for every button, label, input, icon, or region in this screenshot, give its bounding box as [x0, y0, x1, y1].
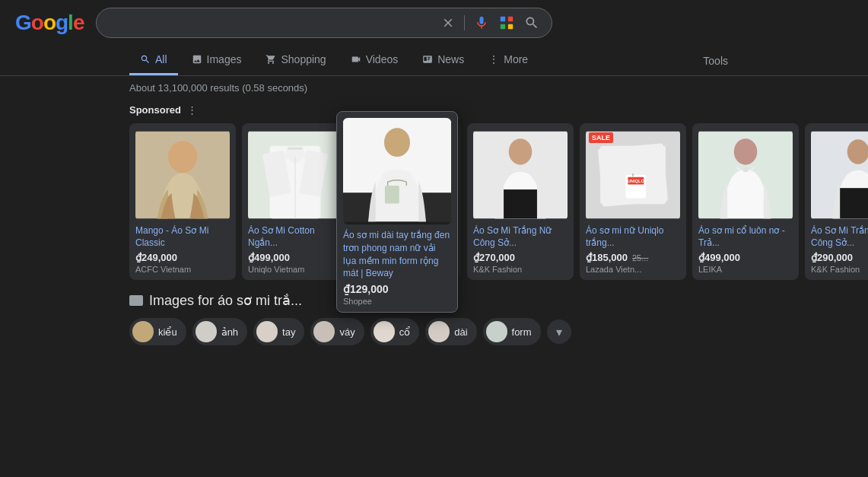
divider [464, 15, 465, 30]
product-card-6[interactable]: Áo sơ mi cổ luôn nơ - Trả... ₫499,000 LE… [692, 123, 799, 280]
popup-shop: Shopee [343, 297, 451, 306]
product-card-4[interactable]: Áo Sơ Mi Trắng Nữ Công Sở... ₫270,000 K&… [467, 123, 574, 280]
popup-title: Áo sơ mi dài tay trắng đen trơn phong na… [343, 229, 451, 280]
product-card-1[interactable]: Mango - Áo Sơ Mi Classic ₫249,000 ACFC V… [129, 123, 236, 280]
svg-point-29 [742, 167, 749, 172]
pill-avatar-co [374, 321, 395, 342]
svg-point-31 [847, 139, 868, 164]
svg-rect-16 [385, 186, 399, 204]
tab-all[interactable]: All [129, 46, 178, 75]
popup-price: ₫129,000 [343, 283, 451, 295]
results-info: About 13,100,000 results (0.58 seconds) [0, 76, 868, 100]
products-grid: Mango - Áo Sơ Mi Classic ₫249,000 ACFC V… [129, 123, 739, 280]
tab-shopping[interactable]: Shopping [255, 46, 336, 75]
more-pills-button[interactable]: ▾ [547, 320, 571, 344]
tab-videos[interactable]: Videos [340, 46, 409, 75]
svg-rect-1 [508, 17, 513, 21]
pill-avatar-vay [313, 321, 335, 342]
product-price-old-5: 25... [632, 253, 648, 262]
pill-avatar-anh [196, 321, 217, 342]
svg-rect-0 [501, 17, 505, 21]
svg-rect-11 [288, 148, 302, 150]
product-price-4: ₫270,000 [473, 252, 568, 263]
product-shop-1: ACFC Vietnam [135, 265, 230, 274]
pill-avatar-tay [256, 321, 278, 342]
filter-pill-vay[interactable]: váy [310, 318, 364, 345]
svg-rect-32 [840, 188, 868, 218]
images-section-icon [129, 295, 143, 306]
product-name-5: Áo sơ mi nữ Uniqlo trắng... [586, 225, 680, 249]
product-card-7[interactable]: Áo Sơ Mi Trắng Nữ Công Sở... ₫290,000 K&… [805, 123, 868, 280]
product-price-6: ₫499,000 [698, 252, 793, 263]
product-name-4: Áo Sơ Mi Trắng Nữ Công Sở... [473, 225, 568, 249]
filter-pill-anh[interactable]: ảnh [192, 318, 247, 345]
images-section-title: Images for áo sơ mi trắ... [149, 292, 302, 309]
google-logo: Google [15, 11, 84, 35]
product-name-6: Áo sơ mi cổ luôn nơ - Trả... [698, 225, 793, 249]
product-name-2: Áo Sơ Mi Cotton Ngắn... [248, 225, 342, 249]
filter-pill-kieu[interactable]: kiểu [129, 318, 186, 345]
search-bar: áo sơ mi trắng nữ [96, 8, 552, 38]
header: Google áo sơ mi trắng nữ [0, 0, 868, 46]
popup-image [343, 118, 451, 224]
tab-images[interactable]: Images [181, 46, 253, 75]
tab-news[interactable]: News [412, 46, 475, 75]
product-shop-4: K&K Fashion [473, 265, 568, 274]
product-name-7: Áo Sơ Mi Trắng Nữ Công Sở... [811, 225, 868, 249]
price-row-5: ₫185,000 25... [586, 249, 680, 263]
product-image-7 [811, 129, 868, 221]
product-image-1 [135, 129, 230, 221]
product-price-5: ₫185,000 [586, 252, 628, 263]
svg-rect-2 [501, 24, 505, 29]
product-shop-5: Lazada Vietn... [586, 265, 680, 274]
pill-avatar-kieu [132, 321, 154, 342]
popup-card[interactable]: Áo sơ mi dài tay trắng đen trơn phong na… [336, 111, 458, 313]
product-shop-7: K&K Fashion [811, 265, 868, 274]
product-card-2[interactable]: Áo Sơ Mi Cotton Ngắn... ₫499,000 Uniqlo … [242, 123, 348, 280]
svg-point-5 [168, 141, 197, 173]
filter-pill-tay[interactable]: tay [253, 318, 304, 345]
product-price-7: ₫290,000 [811, 252, 868, 263]
sponsored-label: Sponsored [129, 104, 181, 116]
pill-avatar-dai [428, 321, 450, 342]
product-price-2: ₫499,000 [248, 252, 342, 263]
product-card-5[interactable]: SALE UNIQLO Áo sơ mi nữ Uniqlo trắng... … [580, 123, 686, 280]
mic-button[interactable] [474, 15, 489, 30]
svg-point-28 [734, 138, 758, 164]
nav-tabs: All Images Shopping Videos News ⋮ More T… [0, 46, 868, 76]
sponsored-options[interactable]: ⋮ [187, 104, 197, 116]
sale-badge: SALE [589, 132, 613, 143]
product-image-5: SALE UNIQLO [586, 129, 680, 221]
search-button[interactable] [524, 15, 539, 30]
products-container: Mango - Áo Sơ Mi Classic ₫249,000 ACFC V… [0, 120, 868, 283]
svg-text:UNIQLO: UNIQLO [628, 179, 645, 183]
svg-rect-3 [508, 24, 513, 29]
svg-rect-19 [504, 189, 537, 218]
pill-avatar-form [486, 321, 507, 342]
product-image-2 [248, 129, 342, 221]
lens-button[interactable] [498, 14, 515, 31]
search-input[interactable]: áo sơ mi trắng nữ [109, 16, 435, 30]
svg-point-18 [509, 138, 533, 164]
svg-point-15 [384, 128, 410, 157]
product-shop-6: LEIKA [698, 265, 793, 274]
product-price-1: ₫249,000 [135, 252, 230, 263]
filter-pill-co[interactable]: cổ [370, 318, 420, 345]
product-name-1: Mango - Áo Sơ Mi Classic [135, 225, 230, 249]
product-image-4 [473, 129, 568, 221]
tab-more[interactable]: ⋮ More [478, 46, 539, 75]
clear-button[interactable] [441, 16, 455, 30]
filter-pill-form[interactable]: form [483, 318, 541, 345]
filter-pill-dai[interactable]: dài [425, 318, 476, 345]
filter-pills: kiểu ảnh tay váy cổ dài form ▾ [0, 315, 868, 348]
product-image-6 [698, 129, 793, 221]
search-icons [441, 14, 539, 31]
tools-button[interactable]: Tools [692, 47, 739, 75]
product-shop-2: Uniqlo Vietnam [248, 265, 342, 274]
